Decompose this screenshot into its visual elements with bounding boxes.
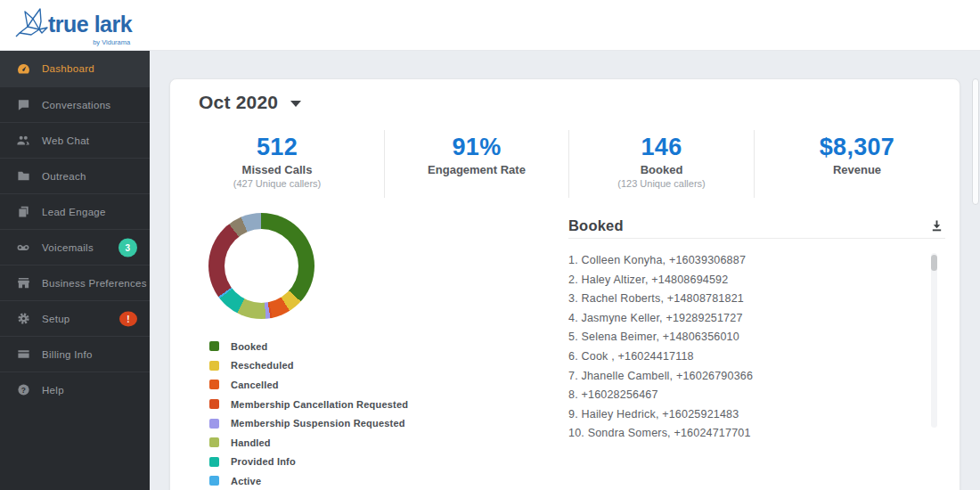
- stat-missed-calls: 512 Missed Calls (427 Unique callers): [170, 130, 384, 198]
- sidebar-item-label: Web Chat: [42, 135, 89, 146]
- sidebar-item-setup[interactable]: Setup !: [0, 300, 150, 336]
- list-item: 6. Cook , +16024417118: [568, 347, 945, 367]
- sidebar-item-label: Dashboard: [42, 63, 94, 74]
- sidebar-item-help[interactable]: ? Help: [0, 372, 150, 407]
- help-icon: ?: [16, 383, 30, 397]
- legend-item-booked: Booked: [209, 337, 408, 356]
- sidebar-item-outreach[interactable]: Outreach: [0, 158, 150, 193]
- stat-caption: (123 Unique callers): [569, 178, 754, 189]
- stat-label: Revenue: [755, 163, 960, 176]
- main-content: Oct 2020 512 Missed Calls (427 Unique ca…: [150, 51, 980, 490]
- store-icon: [16, 276, 30, 290]
- sidebar-item-dashboard[interactable]: Dashboard: [0, 51, 150, 86]
- sidebar-item-billing-info[interactable]: Billing Info: [0, 336, 150, 372]
- donut-chart: [208, 213, 314, 319]
- sidebar-item-label: Billing Info: [42, 349, 93, 360]
- brand-name: true lark: [48, 12, 132, 37]
- stat-label: Missed Calls: [170, 163, 384, 176]
- legend-swatch: [209, 476, 219, 486]
- credit-card-icon: [16, 347, 30, 362]
- list-item-clipped: 10. Sondra Somers, +16024717701: [568, 424, 945, 440]
- people-icon: [16, 134, 30, 148]
- stat-value: 146: [569, 134, 754, 160]
- stat-label: Engagement Rate: [385, 163, 568, 176]
- legend-swatch: [209, 399, 219, 409]
- folder-icon: [16, 169, 30, 184]
- legend-swatch: [209, 457, 219, 467]
- sidebar-item-business-preferences[interactable]: Business Preferences: [0, 265, 150, 300]
- period-label: Oct 2020: [199, 92, 278, 113]
- dashboard-card: Oct 2020 512 Missed Calls (427 Unique ca…: [169, 78, 960, 490]
- copy-icon: [16, 205, 30, 219]
- stat-caption: (427 Unique callers): [170, 178, 384, 189]
- sidebar-item-label: Business Preferences: [42, 278, 147, 289]
- voicemails-count-badge: 3: [118, 238, 137, 257]
- list-item: 7. Jhanelle Cambell, +16026790366: [568, 367, 945, 387]
- legend-item-membership-cancellation: Membership Cancellation Requested: [209, 395, 408, 414]
- list-item: 9. Hailey Hedrick, +16025921483: [568, 405, 945, 425]
- stat-label: Booked: [569, 163, 754, 176]
- stats-row: 512 Missed Calls (427 Unique callers) 91…: [170, 130, 960, 198]
- legend-item-cancelled: Cancelled: [209, 375, 408, 395]
- sidebar-item-voicemails[interactable]: Voicemails 3: [0, 229, 150, 265]
- sidebar-item-web-chat[interactable]: Web Chat: [0, 122, 150, 158]
- stat-caption: [755, 178, 960, 189]
- legend-item-active: Active: [209, 471, 408, 490]
- sidebar-item-lead-engage[interactable]: Lead Engage: [0, 193, 150, 229]
- sidebar-item-label: Setup: [42, 314, 70, 324]
- dashboard-page: true lark by Vidurama Dashboard Conversa…: [0, 0, 980, 490]
- period-selector[interactable]: Oct 2020: [199, 92, 301, 113]
- list-item: 4. Jasmyne Keller, +19289251727: [568, 309, 945, 329]
- booked-list: 1. Colleen Konyha, +16039306887 2. Haley…: [568, 251, 945, 440]
- legend-swatch: [209, 380, 219, 389]
- legend-swatch: [209, 419, 219, 429]
- gauge-icon: [16, 61, 30, 76]
- chat-icon: [16, 98, 30, 112]
- sidebar-item-label: Voicemails: [42, 242, 94, 253]
- legend-item-rescheduled: Rescheduled: [209, 356, 408, 376]
- brand-logo[interactable]: true lark by Vidurama: [14, 4, 132, 46]
- download-icon: [930, 219, 943, 233]
- page-scrollbar: [971, 51, 979, 490]
- download-button[interactable]: [927, 217, 945, 235]
- stat-engagement-rate: 91% Engagement Rate: [384, 130, 568, 198]
- stat-caption: [385, 178, 568, 189]
- sidebar-item-conversations[interactable]: Conversations: [0, 86, 150, 122]
- sidebar-item-label: Lead Engage: [42, 207, 106, 217]
- top-bar: true lark by Vidurama: [0, 0, 980, 51]
- setup-alert-badge: !: [119, 311, 137, 326]
- legend-swatch: [209, 341, 219, 351]
- booked-panel-title: Booked: [568, 217, 624, 234]
- list-item: 8. +16028256467: [568, 386, 945, 405]
- stat-value: $8,307: [755, 134, 960, 160]
- sidebar-item-label: Outreach: [42, 171, 86, 182]
- stat-revenue: $8,307 Revenue: [754, 130, 960, 198]
- svg-text:?: ?: [20, 386, 25, 395]
- brand-text: true lark by Vidurama: [48, 4, 132, 46]
- voicemail-icon: [16, 241, 30, 255]
- booked-panel: Booked 1. Colleen Konyha, +16039306887 2…: [568, 208, 945, 476]
- legend-item-handled: Handled: [209, 433, 408, 453]
- sidebar-item-label: Conversations: [42, 100, 110, 110]
- list-item: 2. Haley Altizer, +14808694592: [568, 271, 945, 290]
- sidebar-item-label: Help: [42, 385, 64, 396]
- stat-booked: 146 Booked (123 Unique callers): [568, 130, 754, 198]
- legend-item-provided-info: Provided Info: [209, 453, 408, 472]
- list-item: 3. Rachel Roberts, +14808781821: [568, 290, 945, 309]
- brand-byline: by Vidurama: [93, 38, 130, 46]
- chevron-down-icon: [290, 101, 301, 107]
- booked-panel-header: Booked: [568, 208, 945, 239]
- legend-item-membership-suspension: Membership Suspension Requested: [209, 413, 408, 433]
- legend-swatch: [209, 437, 219, 447]
- sidebar-nav: Dashboard Conversations Web Chat Outreac…: [0, 51, 150, 490]
- list-item: 1. Colleen Konyha, +16039306887: [568, 251, 945, 271]
- list-item: 5. Selena Beimer, +14806356010: [568, 328, 945, 347]
- chart-legend: Booked Rescheduled Cancelled Membership …: [209, 337, 408, 490]
- booked-list-scrollbar-thumb[interactable]: [931, 255, 937, 271]
- page-scrollbar-thumb[interactable]: [972, 78, 979, 205]
- booked-list-scrollbar: [931, 253, 937, 428]
- legend-swatch: [209, 361, 219, 371]
- gear-icon: [16, 312, 30, 326]
- stat-value: 512: [170, 134, 384, 160]
- stat-value: 91%: [385, 134, 568, 160]
